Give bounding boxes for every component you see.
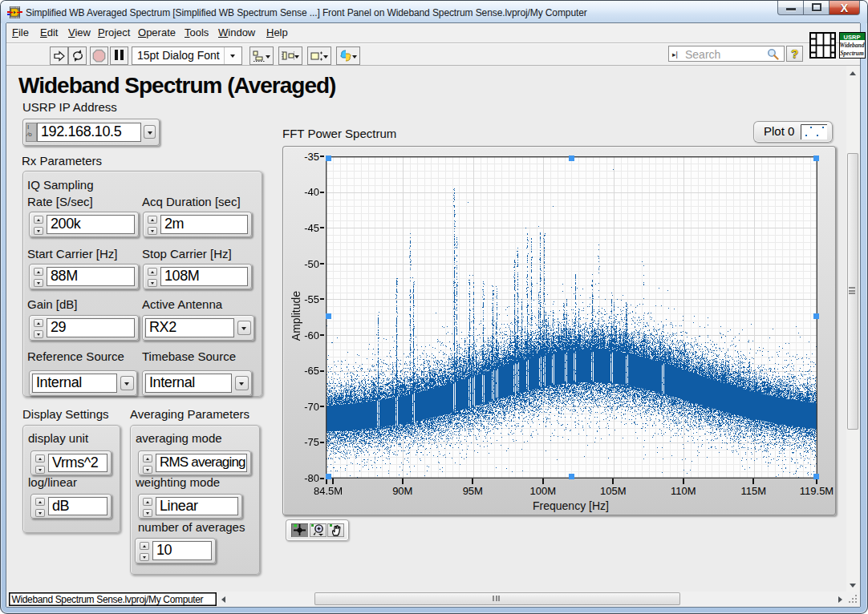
svg-text:Wideband: Wideband bbox=[840, 42, 865, 49]
svg-text:Spectrum: Spectrum bbox=[840, 50, 864, 57]
svg-text:USRP: USRP bbox=[844, 34, 861, 41]
